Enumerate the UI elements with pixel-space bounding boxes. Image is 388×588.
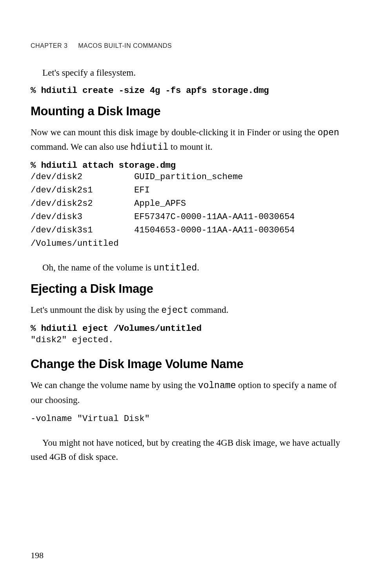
text: Oh, the name of the volume is — [42, 263, 154, 272]
paragraph: You might not have noticed, but by creat… — [31, 436, 349, 464]
command-output: "disk2" ejected. — [31, 334, 349, 347]
chapter-label: CHAPTER 3 — [31, 42, 67, 49]
section-heading: Change the Disk Image Volume Name — [31, 357, 349, 371]
section-heading: Mounting a Disk Image — [31, 104, 349, 118]
page-number: 198 — [31, 550, 44, 561]
text: You might not have noticed, but by creat… — [31, 438, 340, 462]
inline-code: volname — [198, 381, 236, 391]
text: Let's specify a filesystem. — [42, 68, 136, 78]
text: to mount it. — [168, 142, 212, 152]
command-line: % hdiutil create -size 4g -fs apfs stora… — [31, 85, 349, 96]
inline-code: open — [317, 128, 339, 138]
code-block: -volname "Virtual Disk" — [31, 412, 349, 426]
text: Let's unmount the disk by using the — [31, 305, 161, 315]
text: We can change the volume name by using t… — [31, 380, 198, 390]
page: CHAPTER 3 MACOS BUILT-IN COMMANDS Let's … — [0, 0, 388, 588]
command-output: /dev/disk2 GUID_partition_scheme /dev/di… — [31, 171, 349, 251]
running-head: CHAPTER 3 MACOS BUILT-IN COMMANDS — [31, 42, 349, 49]
command-line: % hdiutil eject /Volumes/untitled — [31, 323, 349, 334]
command-line: % hdiutil attach storage.dmg — [31, 160, 349, 171]
paragraph: We can change the volume name by using t… — [31, 378, 349, 407]
text: command. We can also use — [31, 142, 130, 152]
text: Now we can mount this disk image by doub… — [31, 127, 317, 137]
inline-code: eject — [161, 305, 188, 316]
paragraph: Let's specify a filesystem. — [31, 66, 349, 80]
paragraph: Let's unmount the disk by using the ejec… — [31, 303, 349, 318]
text: . — [197, 263, 199, 272]
chapter-title: MACOS BUILT-IN COMMANDS — [78, 42, 172, 49]
inline-code: hdiutil — [130, 142, 168, 152]
section-heading: Ejecting a Disk Image — [31, 282, 349, 296]
text: command. — [188, 305, 228, 315]
inline-code: untitled — [154, 263, 197, 273]
paragraph: Now we can mount this disk image by doub… — [31, 125, 349, 155]
paragraph: Oh, the name of the volume is untitled. — [31, 261, 349, 276]
